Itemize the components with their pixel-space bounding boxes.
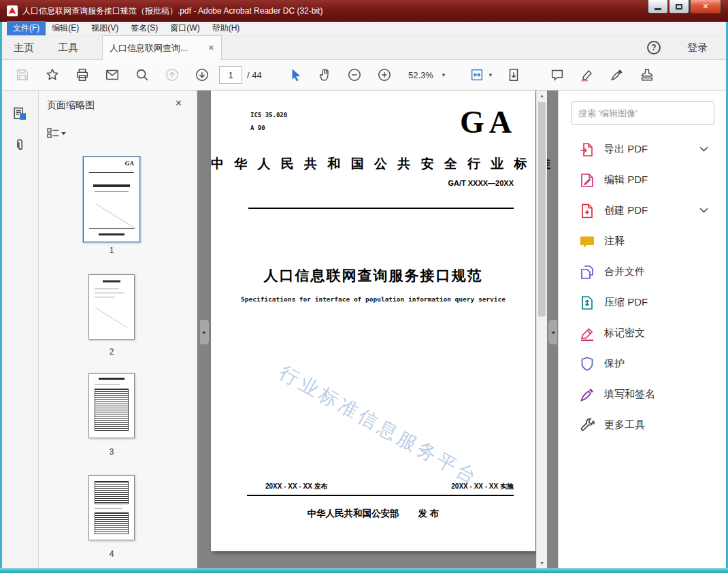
page-number-input[interactable] xyxy=(219,66,242,84)
tool-export-pdf[interactable]: 导出 PDF xyxy=(559,134,728,165)
tab-close-icon[interactable]: ✕ xyxy=(208,44,214,52)
thumbnail-label-1: 1 xyxy=(83,246,140,255)
hand-tool-button[interactable] xyxy=(317,67,332,82)
tools-panel: 导出 PDF 编辑 PDF 创建 PDF 注释 xyxy=(558,91,728,568)
email-button[interactable] xyxy=(105,67,120,82)
document-title: 人口信息联网查询服务接口规范 xyxy=(211,266,535,285)
document-tab-label: 人口信息联网查询... xyxy=(110,42,203,54)
menubar: 文件(F) 编辑(E) 视图(V) 签名(S) 窗口(W) 帮助(H) xyxy=(0,22,728,35)
previous-page-button[interactable] xyxy=(165,67,180,82)
minimize-button[interactable] xyxy=(648,0,668,14)
zoom-out-button[interactable] xyxy=(347,67,362,82)
collapse-left-panel-handle[interactable]: ▸ xyxy=(200,320,209,344)
tool-combine-files[interactable]: 合并文件 xyxy=(559,257,728,287)
chevron-down-icon[interactable] xyxy=(699,146,708,152)
zoom-caret-icon[interactable]: ▼ xyxy=(441,72,446,78)
tool-protect[interactable]: 保护 xyxy=(559,348,728,379)
sign-in-button[interactable]: 登录 xyxy=(687,35,708,60)
document-scrollbar-thumb[interactable] xyxy=(538,102,546,316)
window-border-bottom xyxy=(0,568,728,573)
redact-icon xyxy=(579,325,595,342)
page-scrolling-button[interactable] xyxy=(506,67,521,82)
export-pdf-icon xyxy=(579,142,595,158)
thumbnail-label-2: 2 xyxy=(88,347,135,357)
menu-file[interactable]: 文件(F) xyxy=(7,21,46,35)
standard-number: GA/T XXXX—20XX xyxy=(448,179,514,187)
select-tool-button[interactable] xyxy=(288,67,303,82)
close-icon: ✕ xyxy=(702,2,708,11)
close-button[interactable]: ✕ xyxy=(690,0,721,14)
menu-sign[interactable]: 签名(S) xyxy=(125,21,164,35)
thumbnail-page-1[interactable]: GA xyxy=(83,157,140,242)
next-page-button[interactable] xyxy=(195,67,210,82)
menu-view[interactable]: 视图(V) xyxy=(85,21,125,35)
document-scrollbar[interactable]: ▲ ▼ xyxy=(536,91,547,568)
ga-logo: GA xyxy=(460,107,516,138)
panel-title: 页面缩略图 xyxy=(47,99,95,112)
thumbnail-page-2[interactable] xyxy=(88,274,135,340)
zoom-level-dropdown[interactable]: 52.3% xyxy=(408,70,433,80)
minimize-icon xyxy=(655,8,661,10)
chevron-down-icon[interactable] xyxy=(699,208,708,214)
panel-options-button[interactable] xyxy=(47,128,67,139)
scroll-down-icon[interactable]: ▼ xyxy=(540,561,544,566)
window-title: 人口信息联网查询服务接口规范（报批稿）.pdf - Adobe Acrobat … xyxy=(22,5,322,17)
document-subtitle: Specifications for interface of populati… xyxy=(211,295,535,303)
thumbnail-label-3: 3 xyxy=(88,447,135,457)
menu-window[interactable]: 窗口(W) xyxy=(164,21,205,35)
standard-header: 中 华 人 民 共 和 国 公 共 安 全 行 业 标 准 xyxy=(211,155,535,173)
save-button[interactable] xyxy=(15,67,30,82)
question-icon: ? xyxy=(651,43,656,52)
sign-tool-button[interactable] xyxy=(610,67,625,82)
pdf-page: ICS 35.020 A 90 GA 中 华 人 民 共 和 国 公 共 安 全… xyxy=(211,91,535,551)
page-thumbnails-nav-button[interactable] xyxy=(12,106,27,121)
compress-pdf-icon xyxy=(579,295,595,311)
navigation-strip xyxy=(0,91,39,568)
fit-width-button[interactable] xyxy=(469,67,484,82)
document-view: ICS 35.020 A 90 GA 中 华 人 民 共 和 国 公 共 安 全… xyxy=(197,91,558,568)
fill-sign-icon xyxy=(579,387,595,403)
maximize-button[interactable] xyxy=(669,0,689,14)
tools-list: 导出 PDF 编辑 PDF 创建 PDF 注释 xyxy=(559,134,728,440)
print-button[interactable] xyxy=(75,67,90,82)
star-button[interactable] xyxy=(45,67,60,82)
comment-icon xyxy=(579,233,595,250)
tool-edit-pdf[interactable]: 编辑 PDF xyxy=(559,165,728,195)
stamp-tool-button[interactable] xyxy=(640,67,655,82)
tabbar: 主页 工具 人口信息联网查询... ✕ ? 登录 xyxy=(0,35,728,60)
acrobat-app-icon xyxy=(7,5,18,16)
highlight-tool-button[interactable] xyxy=(580,67,595,82)
search-button[interactable] xyxy=(135,67,150,82)
chevron-right-icon: ▸ xyxy=(203,329,206,335)
edit-pdf-icon xyxy=(579,172,595,189)
attachments-nav-button[interactable] xyxy=(12,137,27,152)
combine-files-icon xyxy=(579,264,595,280)
tool-create-pdf[interactable]: 创建 PDF xyxy=(559,195,728,226)
scroll-up-icon[interactable]: ▲ xyxy=(540,93,544,98)
tool-compress-pdf[interactable]: 压缩 PDF xyxy=(559,287,728,318)
chevron-left-icon: ◂ xyxy=(551,329,555,335)
menu-help[interactable]: 帮助(H) xyxy=(206,21,246,35)
help-button[interactable]: ? xyxy=(647,41,661,54)
tab-document[interactable]: 人口信息联网查询... ✕ xyxy=(102,35,222,60)
zoom-in-button[interactable] xyxy=(377,67,392,82)
page-count-label: / 44 xyxy=(247,70,262,80)
issuer-name: 中华人民共和国公安部 xyxy=(308,508,399,520)
collapse-right-panel-handle[interactable]: ◂ xyxy=(548,320,557,344)
tool-redact[interactable]: 标记密文 xyxy=(559,318,728,348)
fit-caret-icon[interactable]: ▼ xyxy=(488,72,493,78)
maximize-icon xyxy=(676,4,682,10)
tool-comment[interactable]: 注释 xyxy=(559,226,728,257)
thumbnail-page-3[interactable] xyxy=(88,373,135,438)
thumbnail-page-4[interactable] xyxy=(88,475,135,540)
toolbar: / 44 52.3% ▼ ▼ xyxy=(0,60,728,91)
tab-tools[interactable]: 工具 xyxy=(58,35,78,60)
tool-fill-sign[interactable]: 填写和签名 xyxy=(559,379,728,410)
tab-home[interactable]: 主页 xyxy=(14,35,34,60)
panel-close-icon[interactable]: ✕ xyxy=(175,98,182,108)
tools-search-input[interactable] xyxy=(571,101,714,125)
tool-more-tools[interactable]: 更多工具 xyxy=(559,410,728,440)
comment-tool-button[interactable] xyxy=(550,67,565,82)
window-border-left xyxy=(0,22,2,568)
menu-edit[interactable]: 编辑(E) xyxy=(46,21,85,35)
